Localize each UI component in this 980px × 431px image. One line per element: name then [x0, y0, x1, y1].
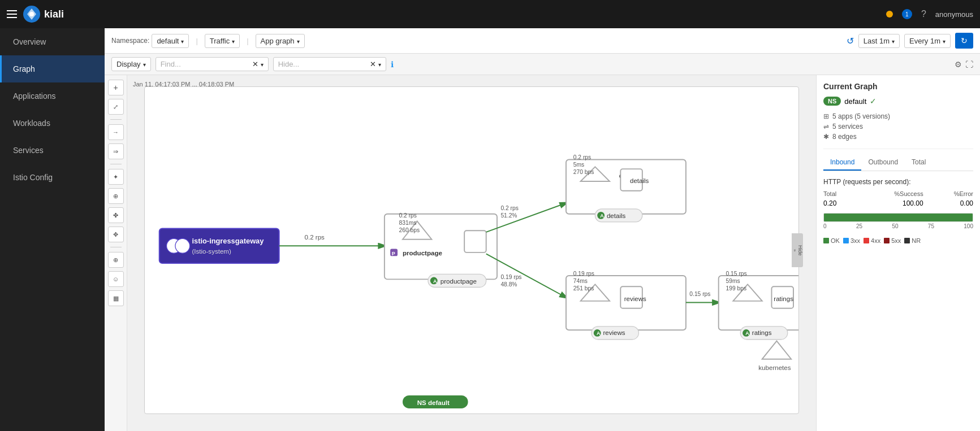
edges-icon: ✱ [823, 133, 829, 141]
logo: kiali [23, 5, 64, 23]
layout1-button[interactable]: ✦ [108, 169, 124, 185]
svg-text:reviews: reviews [603, 329, 625, 336]
sidebar-item-applications-label: Applications [13, 92, 56, 101]
menu-toggle[interactable] [7, 10, 17, 18]
hide-clear-icon[interactable]: ✕ [370, 60, 376, 68]
namespace-chevron-icon [181, 37, 184, 45]
pan-right2-button[interactable]: ⇒ [108, 143, 124, 159]
graph-canvas: Jan 11, 04:17:03 PM ... 04:18:03 PM isti… [127, 75, 816, 431]
svg-text:kubernetes: kubernetes [758, 364, 791, 371]
separator1: | [196, 37, 197, 45]
svg-text:48.8%: 48.8% [500, 281, 517, 288]
layout2-button[interactable]: ⊕ [108, 188, 124, 204]
bar-chart [823, 213, 973, 222]
find-input-dropdown[interactable]: Find... ✕ [156, 57, 269, 71]
svg-text:199 bps: 199 bps [726, 285, 747, 291]
services-stat: 5 services [832, 123, 863, 130]
display-label: Display [116, 60, 141, 68]
svg-text:A: A [433, 278, 437, 284]
info-icon[interactable]: ℹ [391, 60, 394, 69]
fullscreen-icon[interactable]: ⛶ [965, 60, 973, 69]
ns-name: default [844, 97, 866, 106]
graph-controls: + ⤢ → ⇒ ✦ ⊕ ✤ ✥ ⊕ ☺ ▦ [105, 75, 127, 431]
notification-bell[interactable]: 1 [902, 9, 912, 19]
divider [823, 149, 973, 149]
svg-text:(Istio-system): (Istio-system) [192, 248, 231, 255]
app-graph-dropdown[interactable]: App graph [256, 34, 305, 48]
legend-3xx-dot [843, 238, 849, 243]
sidebar-item-overview[interactable]: Overview [0, 28, 105, 55]
sidebar-item-istio-config[interactable]: Istio Config [0, 164, 105, 191]
grid-button[interactable]: ▦ [108, 290, 124, 306]
tab-outbound[interactable]: Outbound [861, 155, 905, 171]
hide-panel-button[interactable]: Hide » [792, 233, 803, 267]
fit-button[interactable]: ⤢ [108, 99, 124, 115]
time-back-icon[interactable]: ↺ [847, 36, 854, 46]
legend-4xx-dot [864, 238, 869, 243]
legend-ok: OK [823, 237, 840, 244]
col-error-header: %Error [923, 190, 973, 197]
warning-icon[interactable] [886, 11, 893, 18]
sidebar-item-graph[interactable]: Graph [0, 55, 105, 82]
sidebar-item-services[interactable]: Services [0, 137, 105, 164]
svg-text:productpage: productpage [403, 250, 443, 256]
tab-outbound-label: Outbound [868, 158, 898, 166]
toolbar2-right: ⚙ ⛶ [955, 60, 973, 69]
zoom-in-button[interactable]: + [108, 80, 124, 95]
namespace-dropdown[interactable]: default [152, 34, 189, 48]
namespace-label: Namespace: [111, 37, 149, 45]
col-total-header: Total [823, 190, 873, 197]
sidebar-item-overview-label: Overview [13, 37, 46, 46]
every-time-dropdown[interactable]: Every 1m [904, 34, 951, 48]
display-dropdown[interactable]: Display [111, 57, 151, 71]
svg-text:251 bps: 251 bps [573, 285, 594, 291]
axis-50: 50 [892, 223, 898, 229]
hide-panel-arrow-icon: » [792, 249, 797, 251]
ns-row: NS default ✓ [823, 97, 973, 106]
find-clear-icon[interactable]: ✕ [252, 60, 258, 68]
graph-svg: istio-ingressgateway (Istio-system) 0.2 … [145, 87, 798, 413]
expand-button[interactable]: ⊕ [108, 252, 124, 268]
layout4-button[interactable]: ✥ [108, 227, 124, 242]
last-time-dropdown[interactable]: Last 1m [858, 34, 900, 48]
legend-5xx: 5xx [884, 237, 901, 244]
sidebar-item-applications[interactable]: Applications [0, 82, 105, 110]
tab-inbound[interactable]: Inbound [823, 155, 861, 171]
refresh-button[interactable]: ↻ [955, 33, 973, 49]
user-name: anonymous [935, 10, 973, 19]
ns-badge: NS [823, 97, 841, 106]
legend-button[interactable]: ☺ [108, 271, 124, 287]
apps-stat-row: ⊞ 5 apps (5 versions) [823, 112, 973, 120]
traffic-dropdown[interactable]: Traffic [205, 34, 240, 48]
kiali-logo-icon [23, 5, 41, 23]
edges-stat: 8 edges [832, 133, 857, 141]
chart-legend: OK 3xx 4xx 5xx [823, 237, 973, 244]
legend-nr: NR [904, 237, 921, 244]
tab-total[interactable]: Total [905, 155, 932, 171]
cell-success: 100.00 [873, 199, 923, 207]
legend-5xx-dot [884, 238, 890, 243]
layout3-button[interactable]: ✤ [108, 207, 124, 223]
svg-text:ratings: ratings [752, 329, 772, 336]
hide-input-dropdown[interactable]: Hide... ✕ [273, 57, 386, 71]
settings-icon[interactable]: ⚙ [955, 60, 962, 69]
display-chevron-icon [143, 60, 146, 68]
legend-4xx: 4xx [864, 237, 880, 244]
svg-point-1 [29, 12, 34, 16]
notification-count: 1 [902, 9, 912, 19]
svg-text:270 bps: 270 bps [573, 169, 594, 175]
svg-text:A: A [745, 330, 749, 336]
table-row: 0.20 100.00 0.00 [823, 199, 973, 207]
svg-marker-64 [762, 341, 791, 359]
legend-5xx-label: 5xx [891, 237, 901, 244]
svg-line-37 [486, 254, 566, 297]
separator2: | [247, 37, 248, 45]
svg-text:0.19 rps: 0.19 rps [573, 271, 594, 277]
sidebar-item-istio-config-label: Istio Config [13, 173, 53, 182]
pan-right-button[interactable]: → [108, 124, 124, 140]
help-icon[interactable]: ? [921, 9, 926, 19]
hide-panel-label: Hide [797, 245, 803, 256]
traffic-chevron-icon [232, 37, 235, 45]
axis-75: 75 [928, 223, 934, 229]
sidebar-item-workloads[interactable]: Workloads [0, 110, 105, 137]
